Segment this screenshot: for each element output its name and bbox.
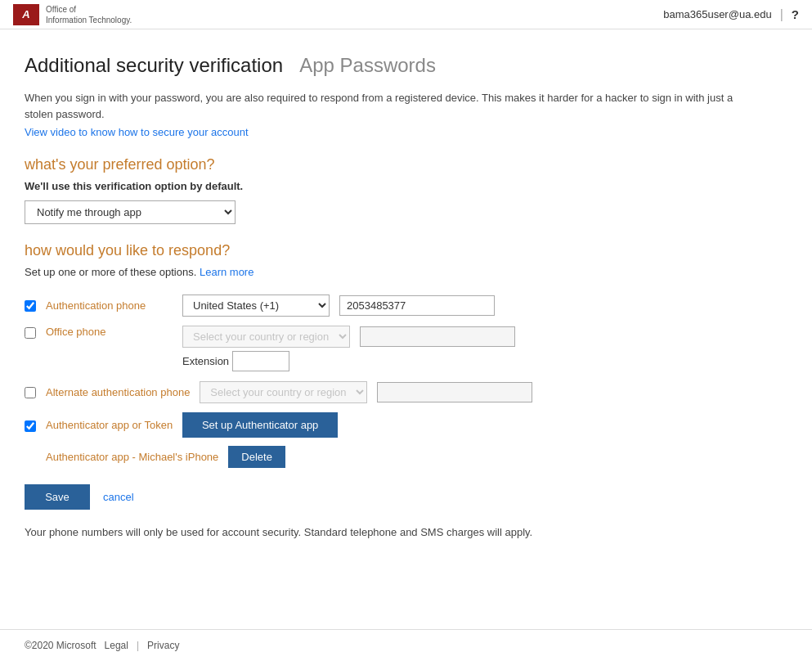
office-phone-input[interactable]	[360, 326, 515, 347]
authenticator-row: Authenticator app or Token Set up Authen…	[25, 412, 787, 438]
office-phone-checkbox[interactable]	[25, 327, 36, 339]
authenticator-label: Authenticator app or Token	[46, 419, 173, 431]
extension-input[interactable]	[232, 351, 289, 371]
disclaimer-text: Your phone numbers will only be used for…	[25, 526, 787, 538]
page-title-main: Additional security verification	[25, 54, 283, 77]
delete-device-button[interactable]: Delete	[228, 446, 285, 468]
extension-row: Extension	[182, 351, 515, 371]
copyright: ©2020 Microsoft	[25, 640, 96, 651]
help-icon[interactable]: ?	[792, 7, 799, 21]
header-separator: |	[780, 7, 783, 22]
preferred-desc: We'll use this verification option by de…	[25, 180, 787, 192]
options-section: Authentication phone United States (+1) …	[25, 293, 787, 468]
alt-phone-checkbox[interactable]	[25, 387, 36, 398]
preferred-heading: what's your preferred option?	[25, 156, 787, 173]
auth-phone-row: Authentication phone United States (+1)	[25, 293, 787, 317]
save-button[interactable]: Save	[25, 484, 90, 510]
auth-phone-input[interactable]	[339, 295, 495, 316]
office-phone-row: Office phone Select your country or regi…	[25, 326, 787, 371]
respond-heading: how would you like to respond?	[25, 242, 787, 259]
setup-authenticator-button[interactable]: Set up Authenticator app	[182, 412, 338, 438]
header-right: bama365user@ua.edu | ?	[663, 7, 799, 22]
alt-phone-label: Alternate authentication phone	[46, 386, 190, 398]
extension-label: Extension	[182, 355, 229, 367]
authenticator-device-label: Authenticator app - Michael's iPhone	[46, 451, 218, 463]
page-title-sub: App Passwords	[299, 54, 436, 77]
office-text: Office of Information Technology.	[46, 4, 132, 25]
intro-link[interactable]: View video to know how to secure your ac…	[25, 126, 249, 138]
authenticator-checkbox[interactable]	[25, 420, 36, 432]
ua-logo: A	[13, 4, 39, 25]
action-row: Save cancel	[25, 484, 787, 510]
learn-more-link[interactable]: Learn more	[200, 266, 253, 278]
office-phone-label: Office phone	[46, 326, 173, 338]
header-left: A Office of Information Technology.	[13, 4, 132, 25]
alt-phone-country-select[interactable]: Select your country or region	[200, 381, 367, 403]
cancel-link[interactable]: cancel	[103, 491, 134, 503]
legal-link[interactable]: Legal	[105, 640, 128, 651]
respond-desc: Set up one or more of these options. Lea…	[25, 266, 787, 278]
header: A Office of Information Technology. bama…	[0, 0, 812, 29]
footer-separator: |	[137, 640, 139, 651]
preferred-option-dropdown[interactable]: Notify me through app Call my authentica…	[25, 200, 236, 224]
user-email: bama365user@ua.edu	[663, 8, 771, 20]
alt-phone-input[interactable]	[377, 382, 532, 402]
alt-phone-row: Alternate authentication phone Select yo…	[25, 380, 787, 404]
auth-phone-label: Authentication phone	[46, 299, 173, 312]
page-title-row: Additional security verification App Pas…	[25, 54, 787, 77]
privacy-link[interactable]: Privacy	[147, 640, 179, 651]
main-content: Additional security verification App Pas…	[0, 29, 812, 629]
footer: ©2020 Microsoft Legal | Privacy	[0, 629, 812, 661]
office-phone-controls: Select your country or region Extension	[182, 326, 515, 371]
intro-text: When you sign in with your password, you…	[25, 90, 760, 122]
auth-phone-checkbox[interactable]	[25, 300, 36, 312]
auth-phone-country-select[interactable]: United States (+1)	[182, 295, 330, 317]
office-phone-country-select[interactable]: Select your country or region	[182, 326, 350, 348]
authenticator-device-row: Authenticator app - Michael's iPhone Del…	[25, 446, 787, 468]
